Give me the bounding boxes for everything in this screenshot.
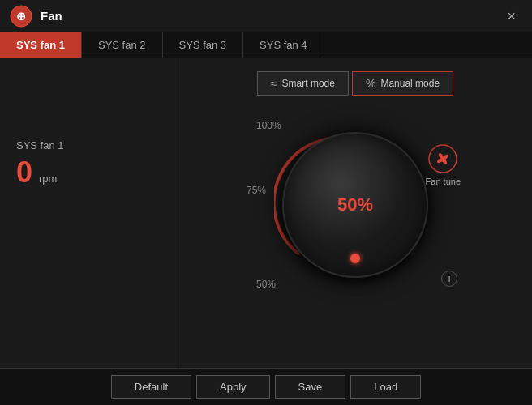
knob-value-display: 50% (337, 194, 373, 215)
mode-buttons: ≈ Smart mode % Manual mode (257, 71, 453, 96)
info-button[interactable]: i (441, 271, 457, 287)
smart-mode-icon: ≈ (271, 77, 277, 90)
tab-sys-fan-1[interactable]: SYS fan 1 (0, 32, 82, 58)
smart-mode-label: Smart mode (282, 78, 335, 89)
fan-tune-label: Fan tune (426, 177, 461, 186)
rpm-value: 0 (16, 158, 32, 187)
manual-mode-label: Manual mode (380, 78, 440, 89)
titlebar: ⊕ Fan × (0, 0, 532, 32)
bottom-bar: Default Apply Save Load (0, 368, 532, 405)
save-button[interactable]: Save (275, 375, 346, 399)
fan-name-label: SYS fan 1 (16, 139, 161, 151)
rpm-unit: rpm (39, 173, 57, 185)
tab-bar: SYS fan 1 SYS fan 2 SYS fan 3 SYS fan 4 (0, 32, 532, 58)
knob-widget[interactable]: 50% (282, 132, 428, 278)
app-logo: ⊕ (10, 5, 32, 28)
app-title: Fan (41, 9, 500, 23)
tab-sys-fan-4[interactable]: SYS fan 4 (243, 32, 324, 58)
smart-mode-button[interactable]: ≈ Smart mode (257, 71, 349, 96)
tab-sys-fan-3[interactable]: SYS fan 3 (163, 32, 244, 58)
manual-mode-icon: % (366, 77, 375, 90)
fan-tune-button[interactable]: Fan tune (426, 144, 461, 186)
sidebar: SYS fan 1 0 rpm (0, 58, 178, 401)
knob-indicator-dot (350, 254, 360, 263)
default-button[interactable]: Default (111, 375, 191, 399)
svg-text:⊕: ⊕ (16, 10, 26, 23)
tab-sys-fan-2[interactable]: SYS fan 2 (82, 32, 163, 58)
apply-button[interactable]: Apply (196, 375, 270, 399)
knob-body[interactable]: 50% (282, 132, 428, 278)
knob-area: 100% 75% 50% 50% (242, 112, 469, 298)
main-area: SYS fan 1 0 rpm ≈ Smart mode % Manual mo… (0, 58, 532, 401)
manual-mode-button[interactable]: % Manual mode (352, 71, 453, 96)
content-area: ≈ Smart mode % Manual mode 100% 75% 50% (178, 58, 532, 401)
pct-75-label: 75% (247, 185, 266, 196)
close-button[interactable]: × (500, 6, 522, 27)
fan-tune-icon (428, 144, 457, 173)
pct-50-label: 50% (256, 279, 276, 290)
load-button[interactable]: Load (350, 375, 421, 399)
